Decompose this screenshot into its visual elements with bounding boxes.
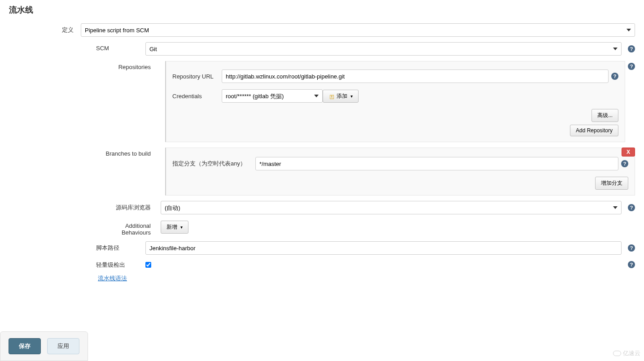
repo-url-label: Repository URL (172, 73, 222, 80)
credentials-label: Credentials (172, 93, 222, 100)
section-title: 流水线 (9, 4, 635, 15)
lightweight-checkbox[interactable] (145, 262, 151, 268)
pipeline-syntax-link[interactable]: 流水线语法 (98, 275, 127, 282)
help-icon[interactable]: ? (621, 160, 628, 167)
additional-behaviours-label: Additional Behaviours (96, 220, 161, 236)
scm-label: SCM (96, 42, 145, 56)
script-path-label: 脚本路径 (96, 241, 145, 255)
repo-url-input[interactable] (222, 70, 609, 83)
help-icon[interactable]: ? (628, 63, 635, 70)
add-behaviour-button[interactable]: 新增 (161, 221, 188, 234)
script-path-input[interactable] (145, 241, 622, 255)
repositories-panel: Repository URL ? Credentials root/******… (165, 61, 625, 142)
help-icon[interactable]: ? (628, 244, 635, 252)
help-icon[interactable]: ? (628, 204, 635, 211)
credentials-select[interactable]: root/****** (gitlab 凭据) (222, 89, 323, 103)
help-icon[interactable]: ? (628, 45, 635, 52)
repo-browser-label: 源码库浏览器 (96, 201, 161, 214)
add-branch-button[interactable]: 增加分支 (595, 177, 628, 190)
advanced-button[interactable]: 高级... (591, 109, 618, 122)
repo-browser-select[interactable]: (自动) (161, 201, 622, 214)
branch-spec-input[interactable] (255, 157, 618, 170)
scm-select[interactable]: Git (145, 42, 622, 56)
delete-branch-button[interactable]: X (622, 148, 635, 157)
repositories-label: Repositories (96, 61, 161, 70)
help-icon[interactable]: ? (628, 261, 635, 268)
branch-spec-label: 指定分支（为空时代表any） (172, 160, 255, 168)
key-icon (329, 94, 335, 98)
lightweight-label: 轻量级检出 (96, 260, 145, 269)
definition-label: 定义 (9, 23, 81, 37)
help-icon[interactable]: ? (611, 73, 618, 80)
branches-label: Branches to build (96, 148, 161, 157)
branches-panel: X 指定分支（为空时代表any） ? 增加分支 (165, 148, 635, 196)
add-repository-button[interactable]: Add Repository (570, 125, 618, 136)
add-credentials-button[interactable]: 添加 (323, 90, 359, 103)
definition-select[interactable]: Pipeline script from SCM (81, 23, 635, 37)
